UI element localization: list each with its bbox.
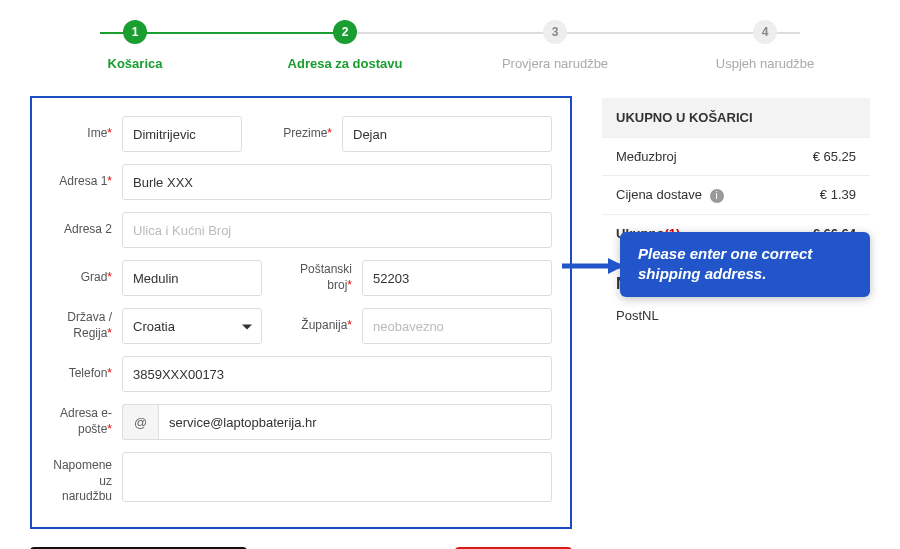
step-2[interactable]: 2 Adresa za dostavu bbox=[280, 20, 410, 71]
arrow-icon bbox=[552, 254, 624, 278]
step-3-label: Provjera narudžbe bbox=[502, 56, 608, 71]
step-1-circle: 1 bbox=[123, 20, 147, 44]
shipping-form: Ime* Prezime* Adresa 1* Adresa 2 Grad* bbox=[30, 96, 572, 529]
label-adresa1: Adresa 1* bbox=[50, 174, 112, 190]
label-napomene: Napomene uz narudžbu bbox=[50, 452, 112, 505]
shipping-cost-label: Cijena dostave i bbox=[616, 187, 724, 203]
input-ime[interactable] bbox=[122, 116, 242, 152]
label-prezime: Prezime* bbox=[252, 126, 332, 142]
label-ime: Ime* bbox=[50, 126, 112, 142]
subtotal-value: € 65.25 bbox=[813, 149, 856, 164]
input-grad[interactable] bbox=[122, 260, 262, 296]
shipping-option[interactable]: PostNL bbox=[602, 308, 870, 323]
step-2-label: Adresa za dostavu bbox=[288, 56, 403, 71]
label-telefon: Telefon* bbox=[50, 366, 112, 382]
step-2-circle: 2 bbox=[333, 20, 357, 44]
label-drzava: Država / Regija* bbox=[50, 310, 112, 341]
label-adresa2: Adresa 2 bbox=[50, 222, 112, 238]
label-email: Adresa e-pošte* bbox=[50, 406, 112, 437]
label-zupanija: Županija* bbox=[272, 318, 352, 334]
instruction-callout: Please enter one correct shipping addres… bbox=[620, 232, 870, 297]
label-postanski: Poštanski broj* bbox=[272, 262, 352, 293]
input-email[interactable] bbox=[158, 404, 552, 440]
step-1[interactable]: 1 Košarica bbox=[70, 20, 200, 71]
step-4-circle: 4 bbox=[753, 20, 777, 44]
shipping-cost-row: Cijena dostave i € 1.39 bbox=[602, 176, 870, 215]
info-icon[interactable]: i bbox=[710, 189, 724, 203]
subtotal-row: Međuzbroj € 65.25 bbox=[602, 138, 870, 176]
input-postanski[interactable] bbox=[362, 260, 552, 296]
checkout-stepper: 1 Košarica 2 Adresa za dostavu 3 Provjer… bbox=[70, 20, 830, 71]
select-drzava[interactable]: Croatia bbox=[122, 308, 262, 344]
label-grad: Grad* bbox=[50, 270, 112, 286]
input-napomene[interactable] bbox=[122, 452, 552, 502]
subtotal-label: Međuzbroj bbox=[616, 149, 677, 164]
input-telefon[interactable] bbox=[122, 356, 552, 392]
step-4-label: Uspjeh narudžbe bbox=[716, 56, 814, 71]
input-prezime[interactable] bbox=[342, 116, 552, 152]
svg-marker-1 bbox=[608, 258, 624, 274]
input-zupanija[interactable] bbox=[362, 308, 552, 344]
step-3: 3 Provjera narudžbe bbox=[490, 20, 620, 71]
step-3-circle: 3 bbox=[543, 20, 567, 44]
basket-total-heading: UKUPNO U KOŠARICI bbox=[602, 98, 870, 138]
input-adresa2[interactable] bbox=[122, 212, 552, 248]
callout-line1: Please enter one correct bbox=[638, 244, 852, 264]
callout-line2: shipping address. bbox=[638, 264, 852, 284]
order-summary: UKUPNO U KOŠARICI Međuzbroj € 65.25 Cije… bbox=[602, 96, 870, 549]
at-icon: @ bbox=[122, 404, 158, 440]
shipping-cost-value: € 1.39 bbox=[820, 187, 856, 203]
step-1-label: Košarica bbox=[108, 56, 163, 71]
input-adresa1[interactable] bbox=[122, 164, 552, 200]
step-4: 4 Uspjeh narudžbe bbox=[700, 20, 830, 71]
